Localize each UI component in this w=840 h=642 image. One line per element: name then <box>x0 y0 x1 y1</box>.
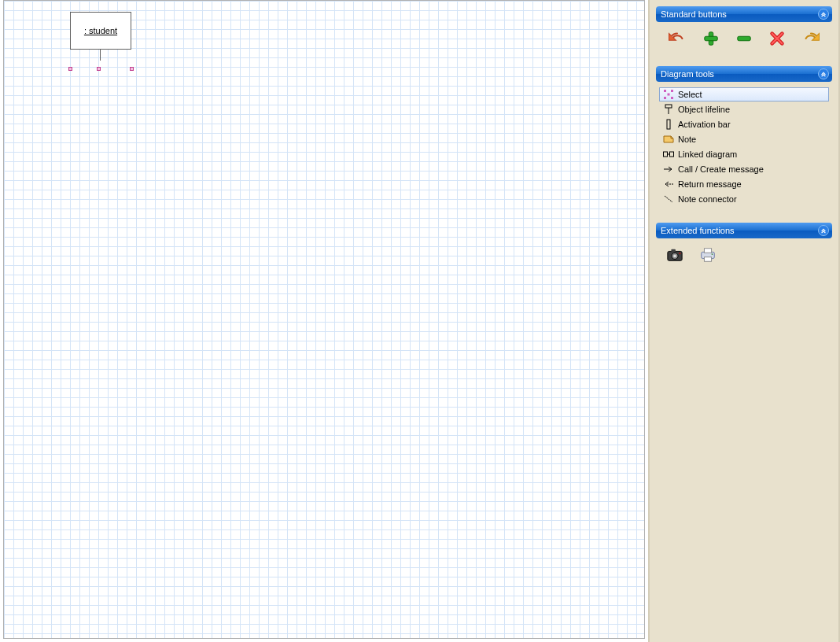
lifeline-stub <box>100 50 101 61</box>
tool-label: Select <box>678 90 702 99</box>
select-icon <box>662 89 675 100</box>
return-message-icon <box>662 179 675 190</box>
svg-rect-23 <box>704 249 711 253</box>
sidebar: Standard buttons Diagram t <box>648 0 840 642</box>
print-button[interactable] <box>697 245 719 265</box>
svg-rect-3 <box>664 90 666 92</box>
svg-point-20 <box>673 255 676 258</box>
tool-label: Activation bar <box>678 120 731 129</box>
tool-select[interactable]: Select <box>659 87 829 101</box>
panel-title: Standard buttons <box>661 9 727 19</box>
tool-note-connector[interactable]: Note connector <box>659 192 829 206</box>
tool-label: Call / Create message <box>678 164 764 174</box>
tool-label: Note <box>678 135 696 144</box>
svg-rect-24 <box>704 257 711 262</box>
svg-rect-11 <box>664 152 668 157</box>
activation-icon <box>662 119 675 130</box>
standard-buttons-row <box>656 22 832 55</box>
tool-call-create-message[interactable]: Call / Create message <box>659 162 829 176</box>
redo-button[interactable] <box>800 28 822 49</box>
svg-rect-5 <box>664 97 666 99</box>
object-lifeline-box[interactable]: : student <box>70 12 131 50</box>
svg-rect-18 <box>671 249 676 253</box>
snapshot-button[interactable] <box>664 245 686 265</box>
svg-rect-4 <box>671 90 673 92</box>
panel-standard-buttons: Standard buttons <box>656 6 832 55</box>
linked-diagram-icon <box>662 149 675 160</box>
lifeline-icon <box>662 104 675 115</box>
svg-rect-8 <box>665 105 672 108</box>
diagram-tools-list: Select Object lifeline Activation bar No… <box>656 82 832 212</box>
tool-label: Note connector <box>678 194 737 204</box>
selection-handle[interactable] <box>130 67 134 71</box>
svg-rect-6 <box>671 97 673 99</box>
delete-button[interactable] <box>766 28 788 49</box>
panel-title: Diagram tools <box>661 69 714 79</box>
svg-rect-2 <box>738 36 751 41</box>
panel-title: Extended functions <box>661 226 735 235</box>
svg-point-25 <box>712 253 713 255</box>
svg-line-16 <box>665 196 672 202</box>
panel-diagram-tools: Diagram tools Select Object lifeline <box>656 66 832 212</box>
selection-handle[interactable] <box>68 67 72 71</box>
diagram-canvas[interactable]: : student <box>3 0 645 639</box>
tool-object-lifeline[interactable]: Object lifeline <box>659 102 829 116</box>
extended-functions-row <box>656 238 832 271</box>
panel-header-extended[interactable]: Extended functions <box>656 223 832 238</box>
undo-button[interactable] <box>666 28 688 49</box>
note-connector-icon <box>662 194 675 205</box>
panel-extended-functions: Extended functions <box>656 223 832 271</box>
svg-rect-12 <box>670 152 674 157</box>
call-message-icon <box>662 164 675 175</box>
remove-button[interactable] <box>733 28 755 49</box>
editor-area: : student <box>0 0 648 642</box>
tool-label: Object lifeline <box>678 105 730 114</box>
tool-activation-bar[interactable]: Activation bar <box>659 117 829 131</box>
panel-header-standard[interactable]: Standard buttons <box>656 6 832 22</box>
tool-return-message[interactable]: Return message <box>659 177 829 191</box>
tool-note[interactable]: Note <box>659 132 829 146</box>
panel-header-tools[interactable]: Diagram tools <box>656 66 832 82</box>
svg-rect-10 <box>667 120 670 129</box>
note-icon <box>662 134 675 145</box>
svg-rect-7 <box>668 94 670 96</box>
object-label: : student <box>84 26 117 35</box>
svg-point-21 <box>680 253 681 254</box>
tool-label: Linked diagram <box>678 149 737 159</box>
selection-handle[interactable] <box>97 67 101 71</box>
tool-label: Return message <box>678 179 742 189</box>
tool-linked-diagram[interactable]: Linked diagram <box>659 147 829 161</box>
svg-rect-1 <box>704 36 717 41</box>
add-button[interactable] <box>700 28 722 49</box>
collapse-icon[interactable] <box>818 225 829 236</box>
collapse-icon[interactable] <box>818 68 829 79</box>
collapse-icon[interactable] <box>818 9 829 20</box>
